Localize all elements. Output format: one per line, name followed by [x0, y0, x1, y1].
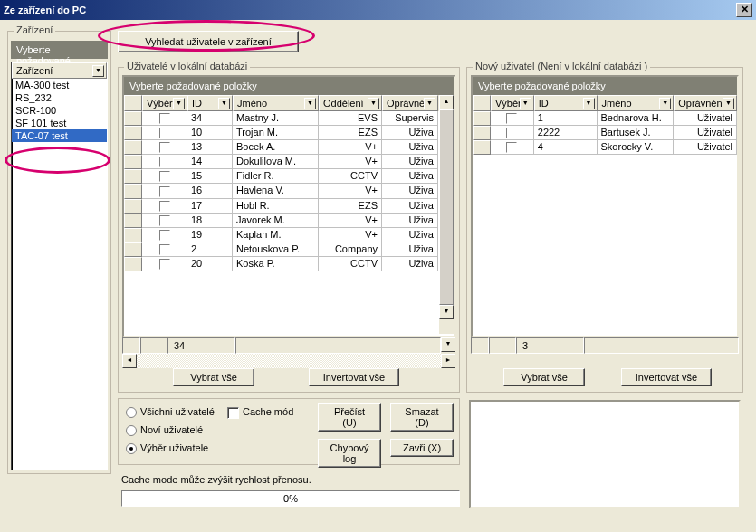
- row-checkbox[interactable]: [159, 142, 170, 153]
- devices-column-header[interactable]: Zařízení ▼: [12, 62, 107, 79]
- new-users-group: Nový uživatel (Není v lokální databázi )…: [466, 67, 743, 393]
- table-row[interactable]: 10Trojan M.EZSUživa: [124, 126, 454, 140]
- table-row[interactable]: 1Bednarova H.Uživatel: [473, 111, 737, 126]
- dropdown-icon: ▼: [368, 98, 379, 109]
- table-row[interactable]: 20Koska P.CCTVUživa: [124, 257, 454, 271]
- local-legend: Uživatelé v lokální databázi: [124, 61, 250, 71]
- scroll-right-icon: ►: [441, 354, 455, 368]
- scroll-left-icon: ◄: [122, 354, 137, 368]
- row-checkbox[interactable]: [159, 171, 170, 182]
- devices-legend: Zařízení: [14, 24, 55, 35]
- dropdown-icon: ▼: [583, 98, 595, 109]
- cache-mode-checkbox[interactable]: Cache mód: [227, 406, 293, 419]
- dropdown-icon: ▼: [218, 98, 230, 109]
- row-checkbox[interactable]: [159, 157, 170, 167]
- log-textarea[interactable]: [469, 400, 741, 508]
- new-prompt: Vyberte požadované položky: [473, 77, 737, 95]
- row-checkbox[interactable]: [506, 128, 517, 138]
- local-invert-all-button[interactable]: Invertovat vše: [309, 368, 399, 386]
- local-grid-body[interactable]: 34Mastny J.EVSSupervis10Trojan M.EZSUživ…: [124, 111, 454, 271]
- new-grid-body[interactable]: 1Bednarova H.Uživatel2222Bartusek J.Uživ…: [473, 111, 737, 155]
- row-checkbox[interactable]: [506, 113, 517, 124]
- row-checkbox[interactable]: [159, 113, 170, 124]
- close-icon[interactable]: ✕: [736, 3, 752, 17]
- table-row[interactable]: 2Netouskova P.CompanyUživa: [124, 242, 454, 257]
- dropdown-icon: ▼: [520, 98, 531, 109]
- local-select-all-button[interactable]: Vybrat vše: [173, 368, 254, 386]
- progress-label: 0%: [283, 493, 298, 504]
- col-vyber[interactable]: Výběr▼: [491, 95, 534, 111]
- options-panel: Všichni uživatelé Noví uživatelé Výběr u…: [118, 398, 460, 465]
- dropdown-icon[interactable]: ▼: [92, 65, 104, 77]
- vertical-scrollbar[interactable]: ▲ ▼: [439, 95, 454, 334]
- list-item[interactable]: TAC-07 test: [12, 129, 107, 142]
- col-opravneni[interactable]: Oprávnění▼: [382, 95, 438, 111]
- radio-new-users[interactable]: Noví uživatelé: [126, 424, 203, 436]
- row-checkbox[interactable]: [159, 244, 170, 255]
- table-row[interactable]: 13Bocek A.V+Uživa: [124, 140, 454, 155]
- devices-group: Zařízení Vyberte požadované Zařízení ▼ M…: [7, 31, 111, 474]
- col-opravneni[interactable]: Oprávnění▼: [674, 95, 737, 111]
- local-grid-header: Výběr▼ ID▼ Jméno▼ Oddělení▼ Oprávnění▼: [124, 95, 454, 111]
- table-row[interactable]: 16Havlena V.V+Uživa: [124, 184, 454, 198]
- radio-all-users[interactable]: Všichni uživatelé: [126, 406, 215, 418]
- error-log-button[interactable]: Chybový log: [318, 439, 381, 468]
- devices-listbox[interactable]: Zařízení ▼ MA-300 testRS_232SCR-100SF 10…: [11, 62, 108, 470]
- col-vyber[interactable]: Výběr▼: [142, 95, 187, 111]
- list-item[interactable]: SCR-100: [12, 104, 107, 117]
- table-row[interactable]: 19Kaplan M.V+Uživa: [124, 228, 454, 242]
- local-count-row: 34 ▼: [122, 337, 455, 354]
- close-button[interactable]: Zavři (X): [390, 439, 454, 457]
- local-users-group: Uživatelé v lokální databázi Vyberte pož…: [118, 67, 460, 393]
- new-grid[interactable]: Vyberte požadované položky Výběr▼ ID▼ Jm…: [471, 75, 739, 337]
- new-grid-header: Výběr▼ ID▼ Jméno▼ Oprávnění▼: [473, 95, 737, 111]
- col-id[interactable]: ID▼: [534, 95, 598, 111]
- table-row[interactable]: 4Skorocky V.Uživatel: [473, 140, 737, 155]
- row-checkbox[interactable]: [159, 186, 170, 197]
- cache-note: Cache mode může zvýšit rychlost přenosu.: [121, 474, 311, 485]
- new-select-all-button[interactable]: Vybrat vše: [503, 368, 585, 386]
- dropdown-icon: ▼: [304, 98, 316, 109]
- row-checkbox[interactable]: [159, 259, 170, 270]
- read-button[interactable]: Přečíst (U): [318, 403, 381, 432]
- dropdown-icon: ▼: [173, 98, 185, 109]
- horizontal-scrollbar[interactable]: ◄ ►: [122, 354, 455, 368]
- row-checkbox[interactable]: [159, 230, 170, 241]
- window-title: Ze zařízení do PC: [4, 5, 86, 15]
- table-row[interactable]: 2222Bartusek J.Uživatel: [473, 126, 737, 140]
- list-item[interactable]: SF 101 test: [12, 117, 107, 129]
- dropdown-icon: ▼: [659, 98, 671, 109]
- new-count: 3: [516, 337, 584, 354]
- col-oddeleni[interactable]: Oddělení▼: [319, 95, 382, 111]
- scroll-up-icon: ▲: [439, 95, 454, 109]
- scroll-down-icon: ▼: [439, 305, 454, 319]
- table-row[interactable]: 15Fidler R.CCTVUživa: [124, 169, 454, 184]
- col-jmeno[interactable]: Jméno▼: [233, 95, 319, 111]
- radio-user-selection[interactable]: Výběr uživatele: [126, 442, 208, 454]
- row-checkbox[interactable]: [159, 215, 170, 226]
- dropdown-icon: ▼: [424, 98, 435, 109]
- local-grid[interactable]: Vyberte požadované položky Výběr▼ ID▼ Jm…: [122, 75, 455, 337]
- search-users-button[interactable]: Vyhledat uživatele v zařízení: [118, 31, 299, 52]
- table-row[interactable]: 17Hobl R.EZSUživa: [124, 199, 454, 214]
- row-checkbox[interactable]: [159, 128, 170, 138]
- local-prompt: Vyberte požadované položky: [124, 77, 454, 95]
- local-count: 34: [167, 337, 235, 354]
- scroll-down-icon: ▼: [441, 337, 455, 352]
- list-item[interactable]: MA-300 test: [12, 79, 107, 91]
- table-row[interactable]: 14Dokulilova M.V+Uživa: [124, 155, 454, 169]
- new-invert-all-button[interactable]: Invertovat vše: [621, 368, 712, 386]
- new-count-row: 3: [471, 337, 739, 354]
- delete-button[interactable]: Smazat (D): [390, 403, 454, 432]
- titlebar: Ze zařízení do PC ✕: [0, 0, 756, 20]
- col-id[interactable]: ID▼: [187, 95, 233, 111]
- devices-prompt: Vyberte požadované: [11, 41, 108, 59]
- row-checkbox[interactable]: [506, 142, 517, 153]
- row-checkbox[interactable]: [159, 201, 170, 212]
- list-item[interactable]: RS_232: [12, 91, 107, 104]
- progress-bar: 0%: [121, 490, 460, 507]
- table-row[interactable]: 34Mastny J.EVSSupervis: [124, 111, 454, 126]
- table-row[interactable]: 18Javorek M.V+Uživa: [124, 214, 454, 228]
- new-legend: Nový uživatel (Není v lokální databázi ): [473, 61, 650, 71]
- col-jmeno[interactable]: Jméno▼: [598, 95, 675, 111]
